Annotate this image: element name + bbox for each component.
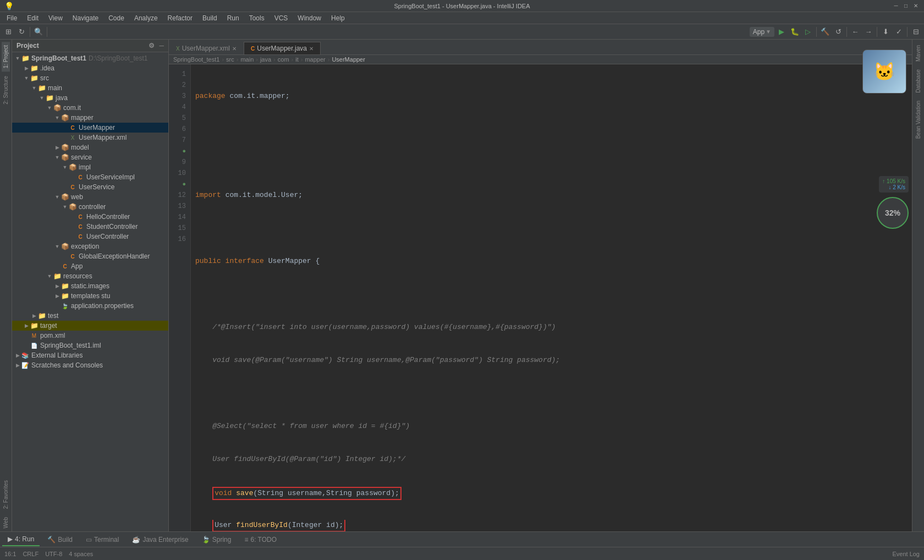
tree-item-src[interactable]: ▼ 📁 src	[12, 73, 168, 83]
menu-refactor[interactable]: Refactor	[163, 13, 197, 23]
terminal-tab[interactable]: ▭ Terminal	[80, 534, 124, 546]
database-tab[interactable]: Database	[914, 66, 922, 96]
menu-edit[interactable]: Edit	[23, 13, 43, 23]
code-editor[interactable]: 1 2 3 4 5 6 7 ● 9 10 ● 12 13 14 15 16	[169, 64, 912, 531]
run-button[interactable]: ▶	[776, 26, 788, 38]
project-panel-minimize-icon[interactable]: ─	[159, 42, 164, 50]
tree-item-pom-xml[interactable]: ▶ M pom.xml	[12, 331, 168, 341]
menu-help[interactable]: Help	[327, 13, 349, 23]
breadcrumb-com[interactable]: com	[278, 56, 289, 63]
code-content[interactable]: package com.it.mapper; import com.it.mod…	[191, 64, 912, 531]
tree-item-test[interactable]: ▶ 📁 test	[12, 311, 168, 321]
tree-item-application-properties[interactable]: ▶ 🍃 application.properties	[12, 301, 168, 311]
java-enterprise-tab[interactable]: ☕ Java Enterprise	[127, 534, 194, 546]
tree-item-scratches[interactable]: ▶ 📝 Scratches and Consoles	[12, 360, 168, 370]
run-tab[interactable]: ▶ 4: Run	[2, 533, 40, 546]
tree-item-studentcontroller[interactable]: ▶ C StudentController	[12, 222, 168, 232]
static-images-arrow: ▶	[54, 283, 61, 289]
tree-item-userservice[interactable]: ▶ C UserService	[12, 182, 168, 192]
menu-tools[interactable]: Tools	[245, 13, 269, 23]
favorites-tab[interactable]: 2: Favorites	[2, 477, 10, 512]
menu-run[interactable]: Run	[223, 13, 244, 23]
tree-item-comit[interactable]: ▼ 📦 com.it	[12, 103, 168, 113]
tree-item-exception[interactable]: ▼ 📦 exception	[12, 241, 168, 251]
tree-item-usermapper[interactable]: ▶ C UserMapper	[12, 123, 168, 133]
forward-button[interactable]: →	[862, 26, 875, 38]
sync-button[interactable]: ↻	[15, 26, 28, 38]
menu-analyze[interactable]: Analyze	[130, 13, 162, 23]
minimize-button[interactable]: ─	[892, 2, 900, 10]
breadcrumb-usermapper[interactable]: UserMapper	[332, 56, 365, 63]
breadcrumb-springboot[interactable]: SpringBoot_test1	[173, 56, 219, 63]
menu-build[interactable]: Build	[198, 13, 222, 23]
tree-item-hellocontroller[interactable]: ▶ C HelloController	[12, 212, 168, 222]
breadcrumb-mapper[interactable]: mapper	[305, 56, 325, 63]
menu-navigate[interactable]: Navigate	[68, 13, 103, 23]
tree-item-external-libs[interactable]: ▶ 📚 External Libraries	[12, 350, 168, 360]
tree-item-springboot-iml[interactable]: ▶ 📄 SpringBoot_test1.iml	[12, 341, 168, 350]
breadcrumb-it[interactable]: it	[295, 56, 299, 63]
tree-item-model[interactable]: ▶ 📦 model	[12, 142, 168, 152]
tree-item-usercontroller[interactable]: ▶ C UserController	[12, 232, 168, 241]
close-button[interactable]: ✕	[912, 2, 920, 10]
run-config-selector[interactable]: App ▼	[750, 27, 774, 37]
tree-root[interactable]: ▼ 📁 SpringBoot_test1 D:\SpringBoot_test1	[12, 53, 168, 63]
tree-item-idea[interactable]: ▶ 📁 .idea	[12, 63, 168, 73]
tree-item-service[interactable]: ▼ 📦 service	[12, 152, 168, 162]
tree-item-java[interactable]: ▼ 📁 java	[12, 93, 168, 103]
tree-item-userserviceimpl[interactable]: ▶ C UserServiceImpl	[12, 172, 168, 182]
structure-tab[interactable]: 2: Structure	[2, 73, 10, 108]
back-button[interactable]: ←	[849, 26, 861, 38]
menu-window[interactable]: Window	[293, 13, 326, 23]
tree-item-globalexceptionhandler[interactable]: ▶ C GlobalExceptionHandler	[12, 251, 168, 261]
tree-item-target[interactable]: ▶ 📁 target	[12, 321, 168, 331]
reload-button[interactable]: ↺	[832, 26, 844, 38]
bean-validation-tab[interactable]: Bean Validation	[914, 97, 922, 142]
tree-item-resources[interactable]: ▼ 📁 resources	[12, 271, 168, 281]
event-log-label[interactable]: Event Log	[892, 551, 920, 557]
tree-item-web[interactable]: ▼ 📦 web	[12, 192, 168, 202]
vcs-update-button[interactable]: ⬇	[879, 26, 892, 38]
menu-vcs[interactable]: VCS	[270, 13, 293, 23]
usermapper-java-tab-close[interactable]: ✕	[309, 46, 314, 52]
debug-button[interactable]: 🐛	[789, 26, 801, 38]
breadcrumb-main[interactable]: main	[240, 56, 254, 63]
tree-item-main[interactable]: ▼ 📁 main	[12, 83, 168, 93]
tree-item-static-images[interactable]: ▶ 📁 static.images	[12, 281, 168, 291]
breadcrumb-java[interactable]: java	[260, 56, 271, 63]
layout-button[interactable]: ⊟	[910, 26, 922, 38]
project-panel-settings-icon[interactable]: ⚙	[148, 42, 155, 50]
tab-usermapper-java[interactable]: C UserMapper.java ✕	[244, 42, 321, 54]
spring-tab[interactable]: 🍃 Spring	[196, 534, 237, 546]
usermapper-xml-tab-label: UserMapper.xml	[182, 45, 230, 52]
vcs-commit-button[interactable]: ✓	[893, 26, 905, 38]
usermapper-xml-tab-close[interactable]: ✕	[232, 46, 237, 52]
tree-item-templates-stu[interactable]: ▶ 📁 templates stu	[12, 291, 168, 301]
menu-view[interactable]: View	[44, 13, 67, 23]
project-tab[interactable]: 1: Project	[2, 42, 10, 72]
breadcrumb-src[interactable]: src	[226, 56, 234, 63]
tab-usermapper-xml[interactable]: X UserMapper.xml ✕	[169, 42, 244, 54]
test-label: test	[48, 312, 58, 320]
menu-code[interactable]: Code	[104, 13, 129, 23]
search-everywhere-button[interactable]: 🔍	[32, 26, 45, 38]
usermapper-java-label: UserMapper	[79, 124, 115, 131]
tree-item-usermapper-xml[interactable]: ▶ X UserMapper.xml	[12, 133, 168, 142]
project-structure-button[interactable]: ⊞	[2, 26, 14, 38]
build-project-button[interactable]: 🔨	[819, 26, 831, 38]
service-label: service	[71, 153, 92, 161]
model-arrow: ▶	[54, 145, 61, 150]
static-images-folder-icon: 📁	[61, 282, 69, 290]
maven-tab[interactable]: Maven	[914, 42, 922, 65]
line-num-5: 5	[169, 113, 190, 124]
tree-item-impl[interactable]: ▼ 📦 impl	[12, 162, 168, 172]
run-coverage-button[interactable]: ▷	[802, 26, 814, 38]
todo-tab[interactable]: ≡ 6: TODO	[239, 534, 282, 546]
tree-item-app[interactable]: ▶ C App	[12, 261, 168, 271]
tree-item-controller[interactable]: ▼ 📦 controller	[12, 202, 168, 212]
maximize-button[interactable]: □	[902, 2, 910, 10]
build-tab[interactable]: 🔨 Build	[42, 534, 78, 546]
tree-item-mapper[interactable]: ▼ 📦 mapper	[12, 113, 168, 123]
web-tab[interactable]: Web	[2, 514, 10, 531]
menu-file[interactable]: File	[2, 13, 21, 23]
